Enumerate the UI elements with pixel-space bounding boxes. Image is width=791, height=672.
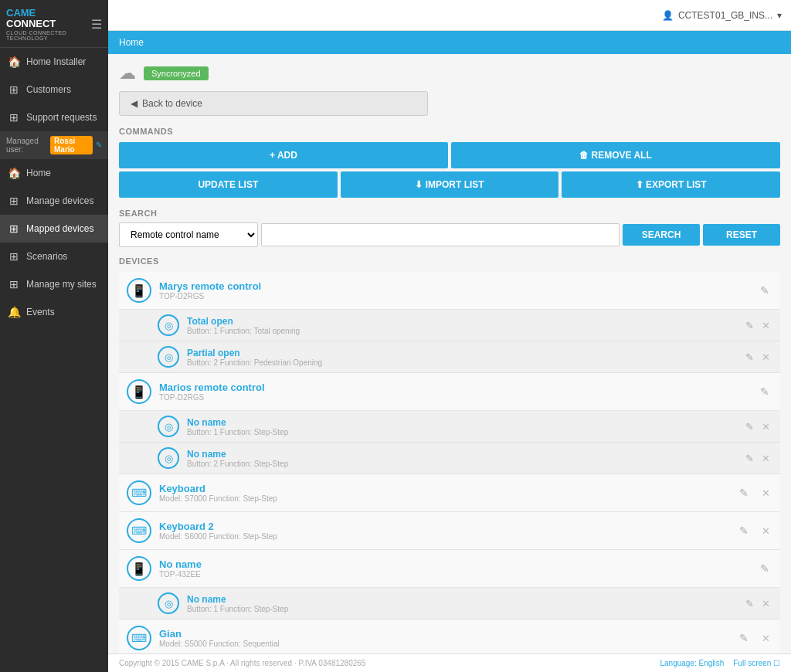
sidebar-item-label: Home Installer (26, 56, 86, 67)
device-child-name: Partial open (187, 348, 735, 358)
copyright-text: Copyright © 2015 CAME S.p.A · All rights… (119, 659, 365, 667)
search-label: SEARCH (119, 209, 780, 218)
add-button[interactable]: + ADD (119, 142, 448, 168)
device-child-desc: Button: 2 Function: Pedestrian Opening (187, 358, 735, 367)
edit-child-icon[interactable]: ✎ (743, 349, 756, 365)
sidebar-item-home-installer[interactable]: 🏠 Home Installer (0, 48, 108, 76)
edit-icon[interactable]: ✎ (736, 629, 752, 647)
fullscreen-link[interactable]: Full screen ☐ (733, 659, 780, 667)
sidebar-item-label: Mapped devices (26, 223, 93, 234)
sidebar-item-home[interactable]: 🏠 Home (0, 159, 108, 187)
sidebar-item-support-requests[interactable]: ⊞ Support requests (0, 104, 108, 131)
device-child-no-name-1: ◎ No name Button: 1 Function: Step-Step … (119, 411, 780, 443)
device-parent-info: Gian Model: S5000 Function: Sequential (159, 628, 728, 648)
device-parent-keyboard: ⌨ Keyboard Model: S7000 Function: Step-S… (119, 474, 780, 512)
import-list-button[interactable]: ⬇ IMPORT LIST (341, 171, 559, 198)
sync-badge: Syncronyzed (144, 66, 209, 80)
device-child-info: No name Button: 2 Function: Step-Step (187, 449, 735, 468)
managed-user-badge: Rossi Mario (50, 136, 93, 154)
device-child-partial-open: ◎ Partial open Button: 2 Function: Pedes… (119, 341, 780, 373)
delete-device-icon[interactable]: ✕ (759, 523, 772, 539)
edit-icon[interactable]: ✎ (757, 281, 772, 300)
sidebar-item-manage-my-sites[interactable]: ⊞ Manage my sites (0, 270, 108, 298)
device-parent-info: Keyboard 2 Model: S6000 Function: Step-S… (159, 521, 728, 541)
footer: Copyright © 2015 CAME S.p.A · All rights… (108, 653, 791, 672)
scenarios-icon: ⊞ (8, 250, 20, 263)
sidebar-item-customers[interactable]: ⊞ Customers (0, 76, 108, 104)
topbar: 👤 CCTEST01_GB_INS... ▾ (108, 0, 791, 31)
home-icon: 🏠 (8, 167, 20, 179)
edit-icon[interactable]: ✎ (736, 484, 752, 502)
sidebar-item-mapped-devices[interactable]: ⊞ Mapped devices (0, 215, 108, 243)
reset-button[interactable]: RESET (703, 224, 780, 246)
edit-child-icon[interactable]: ✎ (743, 596, 756, 612)
edit-child-icon[interactable]: ✎ (743, 419, 756, 435)
edit-icon[interactable]: ✎ (736, 521, 752, 540)
search-input[interactable] (261, 223, 620, 246)
managed-user-label: Managed user: (6, 137, 47, 154)
export-list-button[interactable]: ⬆ EXPORT LIST (562, 171, 780, 198)
search-select[interactable]: Remote control name Model Function (119, 222, 258, 247)
device-parent-icon: ⌨ (127, 518, 151, 543)
update-list-button[interactable]: UPDATE LIST (119, 171, 338, 198)
device-child-icon: ◎ (158, 346, 179, 368)
device-child-info: No name Button: 1 Function: Step-Step (187, 594, 735, 613)
search-button[interactable]: SEARCH (623, 224, 700, 246)
edit-user-icon[interactable]: ✎ (96, 141, 102, 149)
device-parent-name: Marios remote control (159, 382, 749, 393)
hamburger-icon[interactable]: ☰ (91, 17, 102, 32)
sidebar-item-events[interactable]: 🔔 Events (0, 298, 108, 326)
device-child-actions: ✎ ✕ (743, 596, 772, 612)
edit-child-icon[interactable]: ✎ (743, 317, 756, 334)
edit-icon[interactable]: ✎ (757, 382, 772, 401)
sidebar-item-label: Manage devices (26, 195, 93, 206)
remove-all-button[interactable]: 🗑 REMOVE ALL (451, 142, 780, 168)
device-child-name: No name (187, 594, 735, 605)
device-child-name: No name (187, 417, 735, 428)
device-child-actions: ✎ ✕ (743, 450, 772, 467)
logo-text: CAME CONNECT (6, 8, 87, 30)
commands-top-row: + ADD 🗑 REMOVE ALL (119, 142, 780, 168)
mapped-devices-icon: ⊞ (8, 222, 20, 235)
delete-child-icon[interactable]: ✕ (759, 596, 772, 612)
device-child-info: No name Button: 1 Function: Step-Step (187, 417, 735, 436)
language-link[interactable]: Language: English (660, 659, 724, 667)
device-parent-icon: 📱 (127, 556, 151, 581)
device-parent-name: Marys remote control (159, 280, 749, 292)
delete-child-icon[interactable]: ✕ (759, 349, 772, 365)
events-icon: 🔔 (8, 306, 20, 318)
customers-icon: ⊞ (8, 83, 20, 96)
logo-area: CAME CONNECT CLOUD CONNECTED TECHNOLOGY … (0, 0, 108, 48)
device-parent-icon: 📱 (127, 379, 151, 404)
devices-label: DEVICES (119, 256, 780, 266)
sidebar-item-scenarios[interactable]: ⊞ Scenarios (0, 243, 108, 270)
edit-icon[interactable]: ✎ (757, 559, 772, 578)
delete-device-icon[interactable]: ✕ (759, 630, 772, 647)
commands-bottom-row: UPDATE LIST ⬇ IMPORT LIST ⬆ EXPORT LIST (119, 171, 780, 198)
delete-child-icon[interactable]: ✕ (759, 450, 772, 467)
device-parent-name: No name (159, 558, 749, 570)
delete-child-icon[interactable]: ✕ (759, 419, 772, 435)
device-parent-info: Marys remote control TOP-D2RGS (159, 280, 749, 300)
sidebar-item-manage-devices[interactable]: ⊞ Manage devices (0, 187, 108, 215)
sidebar-item-label: Home (26, 168, 51, 178)
device-child-icon: ◎ (158, 592, 179, 614)
edit-child-icon[interactable]: ✎ (743, 450, 756, 467)
delete-child-icon[interactable]: ✕ (759, 317, 772, 334)
device-child-actions: ✎ ✕ (743, 317, 772, 334)
device-child-actions: ✎ ✕ (743, 419, 772, 435)
user-info[interactable]: 👤 CCTEST01_GB_INS... ▾ (662, 10, 782, 21)
back-to-device-top[interactable]: ◀ Back to device (119, 91, 428, 116)
manage-devices-icon: ⊞ (8, 195, 20, 207)
device-list: 📱 Marys remote control TOP-D2RGS ✎ ◎ Tot… (119, 272, 780, 653)
delete-device-icon[interactable]: ✕ (759, 485, 772, 501)
device-child-icon: ◎ (158, 314, 179, 336)
device-parent-icon: ⌨ (127, 626, 151, 650)
device-child-name: No name (187, 449, 735, 460)
device-parent-model: TOP-432EE (159, 570, 749, 579)
device-parent-model: Model: S7000 Function: Step-Step (159, 494, 728, 503)
content-area: ☁ Syncronyzed ◀ Back to device COMMANDS … (108, 54, 791, 653)
device-parent-name: Keyboard (159, 483, 728, 494)
user-name: CCTEST01_GB_INS... (678, 10, 772, 21)
device-child-name: Total open (187, 316, 735, 327)
